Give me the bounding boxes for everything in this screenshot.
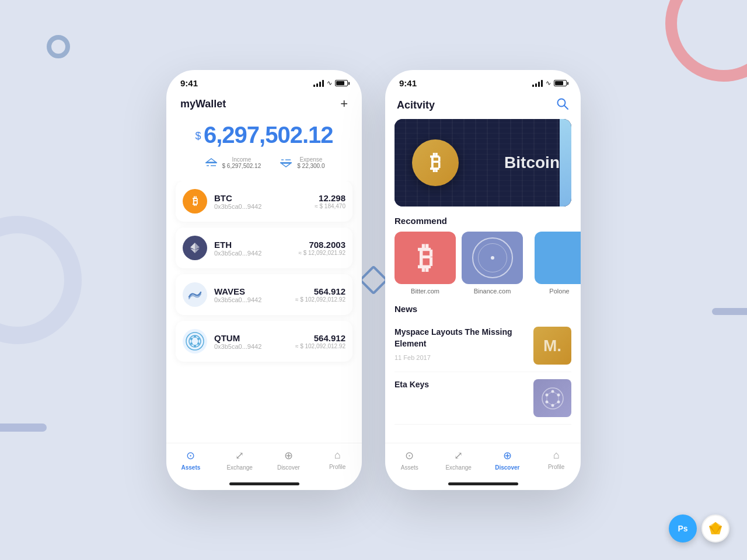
balance-amount: 6,297,502.12: [204, 122, 333, 148]
exchange-icon-2: ⤢: [454, 449, 463, 462]
bitcoin-label: Bitcoin: [504, 153, 560, 172]
search-button[interactable]: [556, 97, 569, 113]
news-thumb-eta: [533, 379, 571, 417]
activity-title: Acitvity: [397, 99, 435, 111]
assets-label: Assets: [181, 464, 200, 471]
currency-symbol: $: [195, 130, 201, 142]
status-time-activity: 9:41: [399, 78, 417, 88]
svg-line-21: [195, 337, 198, 339]
hero-strip: [560, 119, 571, 206]
discover-icon: ⊕: [284, 449, 293, 462]
exchange-label-2: Exchange: [445, 464, 471, 471]
news-item-eta[interactable]: Eta Keys: [395, 372, 571, 425]
nav-exchange[interactable]: ⤢ Exchange: [215, 449, 264, 471]
coin-item-waves[interactable]: WAVES 0x3b5ca0...9442 564.912 ≈ $ 102,09…: [176, 274, 352, 315]
waves-usd: ≈ $ 102,092,012.92: [295, 296, 345, 303]
geo-sphere-icon: [472, 237, 513, 278]
qtum-amounts: 564.912 ≈ $ 102,092,012.92: [295, 333, 345, 349]
income-label: Income: [222, 156, 261, 163]
coin-item-eth[interactable]: ETH 0x3b5ca0...9442 708.2003 ≈ $ 12,092,…: [176, 228, 352, 268]
deco-circle-left: [0, 216, 82, 344]
eth-info: ETH 0x3b5ca0...9442: [214, 240, 298, 257]
status-bar-activity: 9:41 ∿: [385, 70, 581, 88]
phones-container: 9:41 ∿ myWallet +: [166, 70, 581, 490]
qtum-name: QTUM: [214, 333, 295, 343]
eth-usd: ≈ $ 12,092,021.92: [298, 250, 345, 256]
svg-marker-8: [195, 243, 200, 250]
home-indicator-2: [448, 482, 518, 485]
waves-name: WAVES: [214, 286, 295, 296]
news-section: Myspace Layouts The Missing Element 11 F…: [385, 320, 581, 425]
svg-marker-5: [281, 163, 291, 167]
add-button[interactable]: +: [340, 97, 348, 110]
waves-icon: [183, 282, 207, 307]
nav-assets[interactable]: ⊙ Assets: [166, 449, 215, 471]
news-title-eta: Eta Keys: [395, 379, 526, 391]
news-title-myspace: Myspace Layouts The Missing Element: [395, 327, 526, 349]
assets-icon-2: ⊙: [405, 449, 414, 462]
expense-stat: Expense $ 22,300.0: [278, 156, 324, 169]
battery-icon: [335, 80, 348, 86]
nav-discover[interactable]: ⊕ Discover: [264, 449, 313, 471]
activity-header: Acitvity: [385, 88, 581, 119]
btc-name: BTC: [214, 193, 315, 203]
deco-bar-right: [712, 308, 747, 315]
qtum-info: QTUM 0x3b5ca0...9442: [214, 333, 295, 350]
nav2-profile[interactable]: ⌂ Profile: [532, 449, 581, 471]
svg-line-24: [191, 344, 195, 346]
coin-item-qtum[interactable]: QTUM 0x3b5ca0...9442 564.912 ≈ $ 102,092…: [176, 321, 352, 362]
wifi-icon-2: ∿: [546, 79, 551, 87]
phone-activity: 9:41 ∿ Acitvity: [385, 70, 581, 490]
news-title: News: [385, 304, 581, 320]
recommend-card-binance[interactable]: Binance.com: [462, 232, 523, 295]
nav2-exchange[interactable]: ⤢ Exchange: [434, 449, 483, 471]
bitter-label: Bitter.com: [411, 288, 439, 295]
balance-display: $ 6,297,502.12: [180, 122, 348, 148]
nav2-discover[interactable]: ⊕ Discover: [483, 449, 532, 471]
waves-amounts: 564.912 ≈ $ 102,092,012.92: [295, 286, 345, 303]
exchange-icon: ⤢: [235, 449, 244, 462]
btc-address: 0x3b5ca0...9442: [214, 203, 315, 210]
deco-circle-top-left: [47, 35, 70, 58]
recommend-card-polone[interactable]: Polone: [529, 232, 581, 295]
polone-image: [535, 232, 581, 284]
binance-image: [462, 232, 523, 284]
eth-amounts: 708.2003 ≈ $ 12,092,021.92: [298, 240, 345, 256]
expense-label: Expense: [297, 156, 324, 163]
signal-bars-icon: [313, 80, 324, 87]
svg-line-23: [195, 344, 198, 346]
svg-marker-1: [207, 159, 216, 162]
polone-label: Polone: [549, 288, 569, 295]
status-icons-activity: ∿: [532, 79, 567, 87]
discover-label-2: Discover: [495, 464, 519, 471]
home-indicator: [229, 482, 299, 485]
qtum-address: 0x3b5ca0...9442: [214, 343, 295, 350]
svg-line-36: [553, 391, 558, 395]
recommend-row: ₿ Bitter.com Binance.: [385, 232, 581, 304]
discover-icon-2: ⊕: [503, 449, 512, 462]
news-item-myspace[interactable]: Myspace Layouts The Missing Element 11 F…: [395, 320, 571, 372]
status-bar-wallet: 9:41 ∿: [166, 70, 362, 88]
exchange-label: Exchange: [226, 464, 252, 471]
nav2-assets[interactable]: ⊙ Assets: [385, 449, 434, 471]
btc-qty: 12.298: [315, 193, 345, 203]
eth-icon: [183, 236, 207, 260]
hero-bitcoin-banner[interactable]: ₿ Bitcoin: [395, 119, 571, 206]
tools-badges: Ps: [669, 514, 729, 542]
profile-label: Profile: [329, 464, 345, 470]
deco-arc-top-right: [665, 0, 747, 82]
recommend-card-bitter[interactable]: ₿ Bitter.com: [395, 232, 456, 295]
income-value: $ 6,297,502.12: [222, 163, 261, 169]
wifi-icon: ∿: [327, 79, 332, 87]
coin-item-btc[interactable]: ₿ BTC 0x3b5ca0...9442 12.298 ≈ $ 184,470: [176, 181, 352, 222]
nav-profile[interactable]: ⌂ Profile: [313, 449, 362, 471]
discover-label: Discover: [277, 464, 300, 471]
status-time-wallet: 9:41: [180, 78, 198, 88]
btc-info: BTC 0x3b5ca0...9442: [214, 193, 315, 210]
bitter-image: ₿: [395, 232, 456, 284]
activity-scroll: ₿ Bitcoin Recommend ₿ Bitter.com: [385, 119, 581, 443]
assets-icon: ⊙: [186, 449, 195, 462]
waves-address: 0x3b5ca0...9442: [214, 296, 295, 303]
sketch-badge: [701, 514, 729, 542]
status-icons-wallet: ∿: [313, 79, 348, 87]
